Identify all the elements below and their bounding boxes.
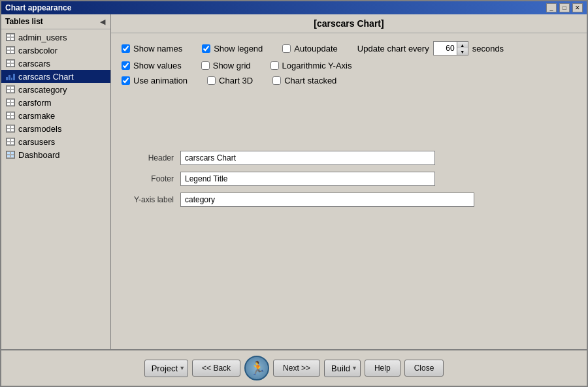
use-animation-option: Use animation	[122, 76, 188, 85]
list-item[interactable]: carsform	[1, 96, 110, 109]
panel-label: Tables list	[5, 17, 43, 26]
table-icon	[5, 45, 16, 55]
update-section: Update chart every ▲ ▼ seconds	[357, 41, 504, 55]
help-button[interactable]: Help	[365, 360, 400, 377]
footer-label: Footer	[122, 174, 174, 183]
table-icon	[5, 58, 16, 69]
show-grid-label: Show grid	[213, 61, 251, 70]
dashboard-icon	[5, 149, 16, 160]
list-item[interactable]: carscategory	[1, 83, 110, 96]
show-values-option: Show values	[122, 61, 182, 70]
form-section: Header Footer Y-axis label	[122, 151, 576, 207]
chart-3d-checkbox[interactable]	[207, 76, 216, 85]
table-icon	[5, 123, 16, 134]
autoupdate-option: Autoupdate	[282, 44, 338, 54]
list-item[interactable]: Dashboard	[1, 148, 110, 161]
chart-3d-option: Chart 3D	[207, 76, 253, 85]
chart-stacked-checkbox[interactable]	[272, 76, 281, 85]
table-icon	[5, 97, 16, 108]
header-label: Header	[122, 153, 174, 163]
chart-stacked-option: Chart stacked	[272, 76, 336, 85]
right-panel: [carscars Chart] Show names Show legend	[111, 14, 587, 349]
list-item[interactable]: carsbcolor	[1, 44, 110, 57]
build-label: Build	[331, 364, 350, 373]
item-label: carsusers	[18, 137, 55, 147]
close-window-button[interactable]: ✕	[572, 3, 583, 12]
show-legend-checkbox[interactable]	[202, 44, 210, 53]
project-dropdown-arrow: ▼	[179, 365, 185, 371]
build-dropdown-button[interactable]: Build ▼	[324, 360, 361, 377]
spinner-down-button[interactable]: ▼	[457, 48, 468, 55]
table-icon	[5, 32, 16, 42]
back-button[interactable]: << Back	[192, 360, 240, 377]
list-item[interactable]: carscars	[1, 57, 110, 70]
list-item[interactable]: admin_users	[1, 31, 110, 44]
autoupdate-checkbox[interactable]	[282, 44, 291, 53]
yaxis-label: Y-axis label	[122, 195, 174, 204]
use-animation-checkbox[interactable]	[122, 76, 130, 85]
yaxis-input[interactable]	[180, 193, 474, 207]
title-bar: Chart appearance _ □ ✕	[1, 1, 587, 14]
panel-header: Tables list ◀	[1, 14, 110, 29]
item-label: carsform	[18, 98, 52, 108]
content-area: Tables list ◀ admin_users carsbcolor	[1, 14, 587, 349]
logarithmic-option: Logarithmic Y-Axis	[270, 61, 352, 70]
item-label: carscars	[18, 59, 50, 69]
show-values-label: Show values	[133, 61, 182, 70]
run-icon: 🏃	[250, 360, 266, 376]
item-label: carscars Chart	[18, 72, 74, 82]
list-item[interactable]: carsusers	[1, 135, 110, 148]
update-chart-label: Update chart every	[357, 44, 429, 54]
main-window: Chart appearance _ □ ✕ Tables list ◀ adm…	[0, 0, 588, 387]
collapse-button[interactable]: ◀	[99, 18, 106, 26]
show-values-checkbox[interactable]	[122, 61, 130, 70]
spinner-up-button[interactable]: ▲	[457, 42, 468, 48]
header-input[interactable]	[180, 151, 435, 165]
show-names-checkbox[interactable]	[122, 44, 130, 53]
right-header: [carscars Chart]	[111, 14, 587, 33]
list-item-selected[interactable]: carscars Chart	[1, 70, 110, 83]
yaxis-row: Y-axis label	[122, 193, 576, 207]
item-label: carsmake	[18, 111, 55, 121]
show-legend-label: Show legend	[214, 44, 263, 54]
window-title: Chart appearance	[5, 3, 71, 12]
item-label: carscategory	[18, 85, 67, 95]
show-grid-checkbox[interactable]	[201, 61, 210, 70]
minimize-button[interactable]: _	[546, 3, 557, 12]
header-row: Header	[122, 151, 576, 165]
item-label: admin_users	[18, 33, 67, 42]
chart-stacked-label: Chart stacked	[284, 76, 336, 85]
table-icon	[5, 84, 16, 95]
show-grid-option: Show grid	[201, 61, 251, 70]
help-label: Help	[374, 364, 391, 373]
project-dropdown-button[interactable]: Project ▼	[144, 360, 188, 377]
logarithmic-label: Logarithmic Y-Axis	[282, 61, 352, 70]
list-item[interactable]: carsmodels	[1, 122, 110, 135]
footer-row: Footer	[122, 172, 576, 186]
list-item[interactable]: carsmake	[1, 109, 110, 122]
next-button[interactable]: Next >>	[273, 360, 320, 377]
page-title: [carscars Chart]	[314, 18, 384, 29]
footer-input[interactable]	[180, 172, 435, 186]
close-button[interactable]: Close	[404, 360, 444, 377]
bottom-bar: Project ▼ << Back 🏃 Next >> Build ▼ Help…	[1, 349, 587, 386]
logarithmic-checkbox[interactable]	[270, 61, 279, 70]
item-label: Dashboard	[18, 150, 60, 160]
show-names-label: Show names	[133, 44, 182, 54]
chart-icon	[5, 71, 16, 82]
build-dropdown-arrow: ▼	[351, 365, 357, 371]
show-names-option: Show names	[122, 44, 182, 54]
show-legend-option: Show legend	[202, 44, 263, 54]
tables-list: admin_users carsbcolor carscars	[1, 29, 110, 349]
autoupdate-label: Autoupdate	[294, 44, 338, 54]
table-icon	[5, 110, 16, 121]
maximize-button[interactable]: □	[559, 3, 570, 12]
chart-3d-label: Chart 3D	[219, 76, 253, 85]
run-button[interactable]: 🏃	[244, 356, 269, 380]
left-panel: Tables list ◀ admin_users carsbcolor	[1, 14, 111, 349]
update-interval-input[interactable]	[434, 43, 457, 54]
item-label: carsbcolor	[18, 46, 57, 55]
back-label: << Back	[202, 364, 231, 373]
next-label: Next >>	[283, 364, 310, 373]
project-label: Project	[152, 364, 178, 373]
